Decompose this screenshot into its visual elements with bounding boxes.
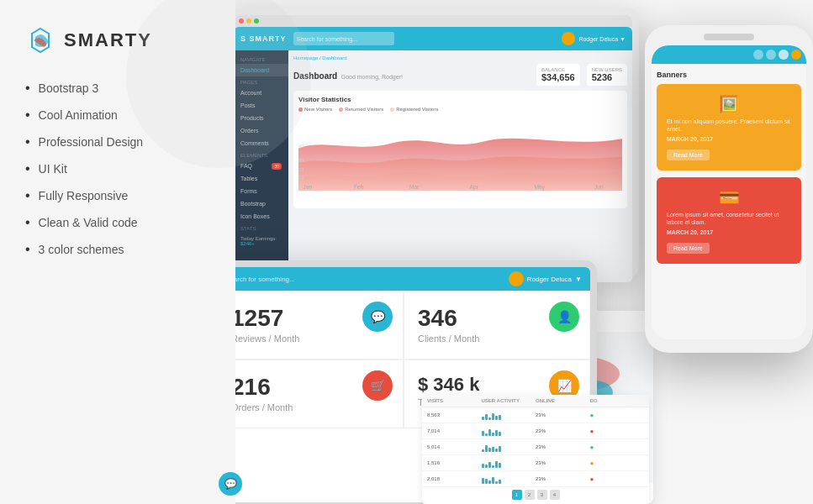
- sidebar-forms[interactable]: Forms: [234, 185, 288, 197]
- stat-clients-icon: 👤: [549, 302, 579, 332]
- bar: [482, 464, 484, 468]
- tablet-stat-orders: 216 Orders / Month 🛒: [217, 360, 404, 428]
- bar: [482, 478, 484, 484]
- visitor-chart-card: Visitor Statistics New Visitors Returned…: [293, 91, 627, 208]
- bar: [492, 477, 494, 484]
- title-row: Dashboard Good morning, Rodger! BALANCE …: [293, 64, 627, 86]
- cell-online-2: 23%: [536, 444, 590, 449]
- legend-dot-returned: [339, 108, 343, 112]
- cell-visits-4: 2,018: [427, 476, 482, 481]
- svg-text:30: 30: [298, 158, 304, 163]
- bar: [492, 433, 494, 436]
- cell-visits-2: 5,014: [427, 444, 482, 449]
- svg-text:Jan: Jan: [304, 184, 313, 190]
- tablet-user-chevron: ▼: [575, 276, 582, 283]
- th-visits: VISITS: [427, 398, 482, 403]
- cell-dot-2: ●: [590, 444, 645, 451]
- cell-activity-0: [482, 410, 536, 420]
- tablet-user-name: Rodger Deluca: [527, 276, 572, 283]
- sidebar-iconboxes[interactable]: Icon Boxes: [234, 210, 288, 223]
- bar: [495, 416, 498, 420]
- page-4[interactable]: 4: [550, 490, 560, 500]
- cell-online-1: 23%: [536, 428, 590, 433]
- bar: [482, 449, 484, 452]
- feature-code: Clean & Valid code: [25, 215, 210, 230]
- tablet-user-info: Rodger Deluca ▼: [509, 271, 582, 286]
- phone-notch: [704, 34, 754, 40]
- phone-card-icon-2: 💳: [667, 187, 791, 207]
- svg-text:40: 40: [298, 144, 304, 149]
- phone-card-date-1: MARCH 20, 2017: [667, 136, 791, 142]
- table-row: 7,014 23% ●: [422, 423, 649, 439]
- bar: [492, 447, 494, 452]
- bar: [488, 429, 491, 436]
- bar: [495, 461, 498, 468]
- sidebar-bootstrap[interactable]: Bootstrap: [234, 197, 288, 210]
- table-header: VISITS USER ACTIVITY ONLINE DO: [422, 395, 649, 407]
- page-2[interactable]: 2: [525, 490, 535, 500]
- dashboard-main: Homepage / Dashboard Dashboard Good morn…: [288, 50, 632, 282]
- phone-card-2: 💳 Lorem ipsum sit amet, consetetur seclt…: [657, 177, 801, 264]
- phone-card-icon-1: 🖼️: [667, 94, 791, 114]
- bar: [488, 462, 491, 468]
- bar: [482, 431, 484, 436]
- bar: [495, 430, 498, 436]
- bar: [495, 449, 498, 452]
- cell-visits-3: 1,516: [427, 460, 482, 465]
- bar: [492, 413, 494, 420]
- cell-activity-3: [482, 458, 536, 468]
- table-row: 8,563 23% ●: [422, 407, 649, 423]
- page-1[interactable]: 1: [512, 490, 522, 500]
- sidebar-earnings: Today Earnings: $246+: [234, 233, 288, 249]
- table-pagination: 1 2 3 4: [422, 487, 649, 502]
- bar: [485, 433, 488, 436]
- svg-text:Mar: Mar: [409, 184, 420, 190]
- legend-returned: Returned Visitors: [339, 107, 383, 112]
- newusers-value: 5236: [592, 72, 622, 82]
- stat-reviews-icon: 💬: [362, 302, 393, 332]
- bar: [485, 445, 488, 452]
- chart-legend: New Visitors Returned Visitors Registere…: [298, 107, 622, 112]
- bar: [485, 465, 488, 468]
- svg-text:May: May: [535, 184, 546, 191]
- bar: [499, 463, 501, 468]
- bar: [488, 417, 491, 420]
- svg-text:Apr: Apr: [470, 184, 479, 191]
- phone-card-btn-2[interactable]: Read More: [667, 243, 710, 254]
- th-online: ONLINE: [536, 398, 590, 403]
- tablet-search-text: Search for something...: [225, 276, 295, 283]
- table-row: 5,014 23% ●: [422, 439, 649, 455]
- phone-screen: Banners 🖼️ Et mi non aliquam posuere. Pr…: [652, 45, 806, 339]
- page-3[interactable]: 3: [537, 490, 547, 500]
- visitor-chart-svg: Jan Feb Mar Apr May Jun 40 30 20 10: [298, 115, 622, 191]
- phone-icon-2: [766, 50, 776, 60]
- tablet-stat-clients: 346 Clients / Month 👤: [404, 291, 590, 360]
- phone-card-btn-1[interactable]: Read More: [667, 150, 710, 160]
- svg-text:Feb: Feb: [354, 184, 364, 190]
- phone-card-text-2: Lorem ipsum sit amet, consetetur secltet…: [667, 211, 791, 226]
- dash-greeting: Good morning, Rodger!: [341, 74, 403, 80]
- phone-content: Banners 🖼️ Et mi non aliquam posuere. Pr…: [652, 64, 806, 277]
- cell-online-3: 23%: [536, 460, 590, 465]
- bar: [499, 446, 501, 452]
- dash-avatar: [562, 32, 575, 45]
- breadcrumb: Homepage / Dashboard: [293, 55, 627, 60]
- sidebar-tables[interactable]: Tables: [234, 172, 288, 185]
- svg-text:10: 10: [298, 175, 304, 180]
- cell-visits-0: 8,563: [427, 412, 482, 417]
- svg-text:20: 20: [298, 167, 304, 172]
- th-do: DO: [590, 398, 645, 403]
- phone-card-1: 🖼️ Et mi non aliquam posuere. Praesent d…: [657, 84, 801, 171]
- stat-clients-label: Clients / Month: [418, 333, 576, 344]
- chat-bubble[interactable]: 💬: [219, 472, 242, 496]
- phone-section-title: Banners: [657, 71, 801, 79]
- newusers-card: NEW USERS 5236: [587, 64, 627, 86]
- bar: [482, 417, 484, 420]
- bar: [499, 480, 501, 484]
- legend-label-registered: Registered Visitors: [396, 107, 438, 112]
- legend-registered: Registered Visitors: [390, 107, 438, 112]
- phone-card-date-2: MARCH 20, 2017: [667, 229, 791, 235]
- left-panel: SMARTY Bootstrap 3 Cool Animation Profes…: [0, 0, 235, 504]
- dash-search[interactable]: Search for something...: [293, 32, 394, 45]
- bar: [485, 414, 488, 420]
